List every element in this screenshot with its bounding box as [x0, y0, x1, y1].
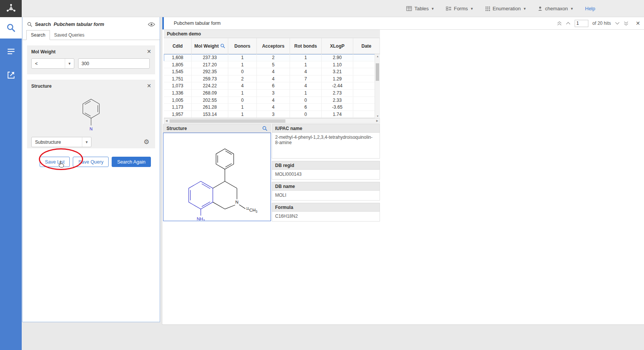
- column-header[interactable]: Rot bonds: [290, 38, 322, 54]
- table-cell[interactable]: 1.10: [322, 61, 353, 69]
- table-cell[interactable]: 237.33: [192, 54, 228, 61]
- record-number-input[interactable]: [575, 20, 588, 27]
- next-record-icon[interactable]: [615, 22, 620, 25]
- search-icon[interactable]: [262, 126, 268, 131]
- table-cell[interactable]: 1,957: [164, 111, 192, 118]
- table-row[interactable]: 1,957153.141301.74: [164, 111, 380, 118]
- table-cell[interactable]: 4: [257, 68, 290, 75]
- scroll-right-icon[interactable]: ▶: [375, 119, 380, 123]
- table-row[interactable]: 1,751259.732471.29: [164, 75, 380, 83]
- close-icon[interactable]: ✕: [636, 20, 640, 26]
- column-header[interactable]: Donors: [228, 38, 257, 54]
- column-header[interactable]: Acceptors: [257, 38, 290, 54]
- table-cell[interactable]: 4: [228, 82, 257, 90]
- table-cell[interactable]: 3.21: [322, 68, 353, 75]
- table-row[interactable]: 1,805217.201511.10: [164, 61, 380, 69]
- table-cell[interactable]: 6: [257, 82, 290, 90]
- table-cell[interactable]: 1: [228, 104, 257, 111]
- mol-weight-operator-select[interactable]: < ▼: [31, 58, 74, 69]
- table-cell[interactable]: 224.22: [192, 82, 228, 90]
- last-record-icon[interactable]: [624, 21, 628, 26]
- vertical-scrollbar-thumb[interactable]: [376, 63, 379, 81]
- chemaxon-logo[interactable]: [0, 0, 22, 17]
- table-cell[interactable]: 1,073: [164, 82, 192, 90]
- table-cell[interactable]: 268.09: [192, 90, 228, 97]
- table-cell[interactable]: 4: [257, 104, 290, 111]
- table-cell[interactable]: 2: [228, 75, 257, 83]
- close-icon[interactable]: ✕: [147, 83, 151, 88]
- table-row[interactable]: 1,073224.22464-2.44: [164, 82, 380, 90]
- table-cell[interactable]: 0: [228, 68, 257, 75]
- table-cell[interactable]: 6: [290, 104, 322, 111]
- table-cell[interactable]: 4: [290, 68, 322, 75]
- table-cell[interactable]: 1,608: [164, 54, 192, 61]
- table-cell[interactable]: 1: [228, 111, 257, 118]
- table-cell[interactable]: 259.73: [192, 75, 228, 83]
- help-link[interactable]: Help: [585, 6, 595, 11]
- table-row[interactable]: 1,545292.350443.21: [164, 68, 380, 75]
- table-row[interactable]: 1,173261.28146-3.65: [164, 104, 380, 111]
- tab-saved-queries[interactable]: Saved Queries: [50, 31, 88, 40]
- table-cell[interactable]: 3: [257, 111, 290, 118]
- sidebar-item-export[interactable]: [0, 64, 22, 86]
- scroll-up-icon[interactable]: ▲: [375, 54, 380, 58]
- menu-enumeration[interactable]: Enumeration ▼: [485, 6, 527, 11]
- table-cell[interactable]: 2.33: [322, 97, 353, 104]
- close-icon[interactable]: ✕: [147, 49, 151, 54]
- table-cell[interactable]: 1: [290, 54, 322, 61]
- menu-user[interactable]: chemaxon ▼: [538, 6, 574, 11]
- table-cell[interactable]: 1,173: [164, 104, 192, 111]
- table-cell[interactable]: 153.14: [192, 111, 228, 118]
- table-cell[interactable]: 1.74: [322, 111, 353, 118]
- scroll-down-icon[interactable]: ▼: [375, 114, 380, 118]
- table-cell[interactable]: 1: [290, 61, 322, 69]
- table-cell[interactable]: 5: [257, 61, 290, 69]
- sidebar-item-search[interactable]: [0, 17, 22, 39]
- table-cell[interactable]: 217.20: [192, 61, 228, 69]
- gear-icon[interactable]: ⚙: [144, 138, 149, 146]
- table-cell[interactable]: 2.90: [322, 54, 353, 61]
- column-header[interactable]: CdId: [164, 38, 192, 54]
- table-cell[interactable]: 1,336: [164, 90, 192, 97]
- table-cell[interactable]: 292.35: [192, 68, 228, 75]
- table-cell[interactable]: 1,805: [164, 61, 192, 69]
- table-cell[interactable]: 4: [290, 82, 322, 90]
- table-cell[interactable]: 1.29: [322, 75, 353, 83]
- table-cell[interactable]: 0: [290, 111, 322, 118]
- mol-weight-value-input[interactable]: [78, 58, 150, 69]
- table-cell[interactable]: 1,751: [164, 75, 192, 83]
- column-header[interactable]: Date: [353, 38, 380, 54]
- column-header[interactable]: Mol Weight: [192, 38, 228, 54]
- table-cell[interactable]: 7: [290, 75, 322, 83]
- search-again-button[interactable]: Search Again: [112, 157, 151, 167]
- menu-tables[interactable]: Tables ▼: [406, 6, 434, 11]
- table-cell[interactable]: -3.65: [322, 104, 353, 111]
- table-cell[interactable]: 202.55: [192, 97, 228, 104]
- column-header[interactable]: XLogP: [322, 38, 353, 54]
- query-structure-canvas[interactable]: N: [31, 93, 151, 135]
- structure-search-mode-select[interactable]: Substructure ▼: [31, 137, 91, 147]
- table-cell[interactable]: 1: [228, 90, 257, 97]
- table-row[interactable]: 1,005202.550402.33: [164, 97, 380, 104]
- table-cell[interactable]: 261.28: [192, 104, 228, 111]
- table-cell[interactable]: 1,545: [164, 68, 192, 75]
- table-cell[interactable]: 4: [257, 97, 290, 104]
- scroll-left-icon[interactable]: ◀: [164, 119, 169, 123]
- table-cell[interactable]: 2: [257, 54, 290, 61]
- vertical-scrollbar[interactable]: ▲ ▼: [375, 54, 380, 118]
- table-cell[interactable]: 0: [290, 97, 322, 104]
- table-cell[interactable]: 1,005: [164, 97, 192, 104]
- table-cell[interactable]: 2.73: [322, 90, 353, 97]
- tab-search[interactable]: Search: [26, 30, 50, 40]
- eye-icon[interactable]: [148, 22, 155, 27]
- table-cell[interactable]: 1: [228, 54, 257, 61]
- sidebar-item-lists[interactable]: [0, 41, 22, 62]
- table-row[interactable]: 1,608237.331212.90: [164, 54, 380, 61]
- first-record-icon[interactable]: [557, 21, 562, 26]
- horizontal-scrollbar-thumb[interactable]: [170, 119, 285, 123]
- table-row[interactable]: 1,336268.091312.73: [164, 90, 380, 97]
- previous-record-icon[interactable]: [566, 22, 570, 25]
- table-cell[interactable]: -2.44: [322, 82, 353, 90]
- save-query-button[interactable]: Save Query: [73, 157, 109, 167]
- table-cell[interactable]: 4: [257, 75, 290, 83]
